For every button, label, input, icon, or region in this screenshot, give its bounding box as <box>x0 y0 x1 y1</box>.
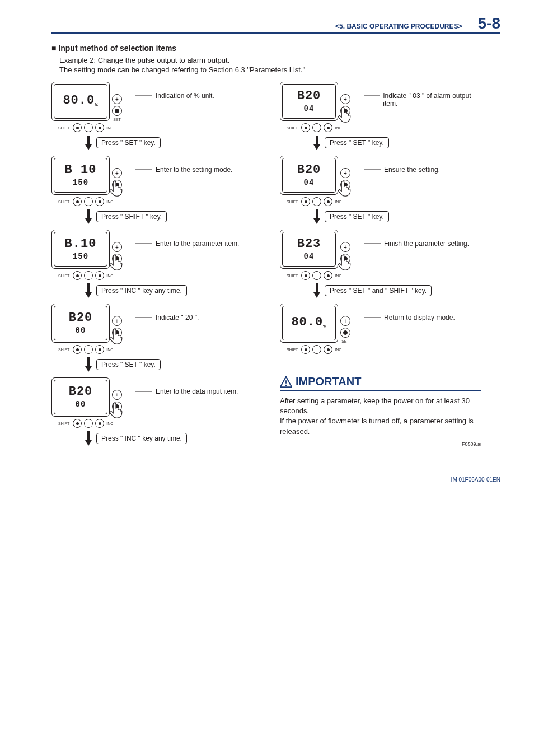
lcd-frame: 80.0% <box>51 82 110 121</box>
inc-button[interactable] <box>95 419 104 428</box>
step-description: Indication of % unit. <box>156 92 214 100</box>
action-row: Press " SET " and " SHIFT " key. <box>313 281 481 300</box>
plus-button[interactable]: + <box>112 242 122 252</box>
inc-label: INC <box>106 348 113 352</box>
inc-button[interactable] <box>95 123 104 132</box>
callout-line <box>364 314 381 321</box>
set-button[interactable] <box>112 106 122 116</box>
inc-label: INC <box>106 422 113 426</box>
middle-button[interactable] <box>312 197 321 206</box>
set-label: SET <box>113 339 121 343</box>
callout-line <box>135 314 152 321</box>
shift-button[interactable] <box>301 345 310 354</box>
inc-button[interactable] <box>95 271 104 280</box>
lcd-sub-value: 00 <box>76 326 86 334</box>
note-text: The setting mode can be changed referrin… <box>59 66 500 74</box>
arrow-down-icon <box>313 133 320 152</box>
middle-button[interactable] <box>312 271 321 280</box>
callout-line <box>135 166 152 174</box>
arrow-down-icon <box>85 355 92 374</box>
lcd-main-value: B20 <box>69 386 93 398</box>
plus-button[interactable]: + <box>340 242 350 252</box>
step-description: Ensure the setting. <box>384 166 440 174</box>
set-label: SET <box>341 265 349 269</box>
lcd-sub-value: 04 <box>304 105 315 113</box>
set-button[interactable] <box>340 254 350 264</box>
important-title: IMPORTANT <box>296 375 361 388</box>
shift-button[interactable] <box>73 271 82 280</box>
middle-button[interactable] <box>84 271 93 280</box>
action-instruction: Press " SET " key. <box>325 137 389 148</box>
shift-button[interactable] <box>73 419 82 428</box>
lcd-main-value: B20 <box>69 312 93 324</box>
middle-button[interactable] <box>84 419 93 428</box>
set-button[interactable] <box>340 180 350 190</box>
device-panel: B20 00 + SET SHIFT INC <box>51 304 130 354</box>
set-button[interactable] <box>112 180 122 190</box>
lcd-frame: B20 00 <box>51 304 110 343</box>
set-label: SET <box>113 265 121 269</box>
step-description: Indicate " 03 " of alarm output item. <box>383 92 481 108</box>
middle-button[interactable] <box>84 123 93 132</box>
lcd-main-value: B20 <box>297 90 321 102</box>
shift-button[interactable] <box>73 345 82 354</box>
figure-reference: F0509.ai <box>280 441 481 447</box>
inc-button[interactable] <box>324 271 332 280</box>
set-label: SET <box>113 192 121 195</box>
lcd-frame: B 10 150 <box>51 156 110 195</box>
callout-line <box>364 166 381 174</box>
callout-line <box>135 240 152 248</box>
middle-button[interactable] <box>312 345 321 354</box>
set-button[interactable] <box>340 106 350 116</box>
plus-button[interactable]: + <box>340 94 350 104</box>
action-row: Press " SET " key. <box>313 207 481 226</box>
shift-button[interactable] <box>73 197 82 206</box>
action-instruction: Press " INC " key any time. <box>96 285 187 296</box>
set-label: SET <box>113 118 121 122</box>
set-button[interactable] <box>340 328 350 338</box>
plus-button[interactable]: + <box>112 316 122 326</box>
step-left-4: B20 00 + SET SHIFT INC Enter to the data… <box>51 377 253 428</box>
set-label: SET <box>341 192 349 195</box>
step-description: Enter to the parameter item. <box>156 240 239 248</box>
shift-button[interactable] <box>301 271 310 280</box>
device-panel: B 10 150 + SET SHIFT INC <box>51 156 130 206</box>
step-description: Return to display mode. <box>384 314 455 321</box>
device-panel: 80.0% + SET SHIFT INC <box>280 304 358 354</box>
action-row: Press " SET " key. <box>85 355 253 374</box>
footer-docid: IM 01F06A00-01EN <box>51 474 500 483</box>
plus-button[interactable]: + <box>112 390 122 400</box>
set-button[interactable] <box>112 254 122 264</box>
middle-button[interactable] <box>84 197 93 206</box>
middle-button[interactable] <box>312 123 321 132</box>
plus-button[interactable]: + <box>112 168 122 178</box>
shift-label: SHIFT <box>287 274 298 278</box>
plus-button[interactable]: + <box>340 316 350 326</box>
lcd-frame: B23 04 <box>280 230 338 269</box>
shift-button[interactable] <box>301 197 310 206</box>
middle-button[interactable] <box>84 345 93 354</box>
step-right-3: 80.0% + SET SHIFT INC Return to display … <box>280 304 481 354</box>
action-instruction: Press " INC " key any time. <box>96 433 187 444</box>
shift-button[interactable] <box>301 123 310 132</box>
plus-button[interactable]: + <box>340 168 350 178</box>
arrow-down-icon <box>85 429 92 448</box>
callout-line <box>135 388 152 395</box>
action-instruction: Press " SHIFT " key. <box>96 211 167 222</box>
set-label: SET <box>113 413 121 417</box>
lcd-sub-value: 150 <box>73 253 88 260</box>
set-button[interactable] <box>112 328 122 338</box>
step-right-2: B23 04 + SET SHIFT INC Finish the parame… <box>280 230 481 280</box>
inc-button[interactable] <box>324 123 332 132</box>
plus-button[interactable]: + <box>112 94 122 104</box>
shift-label: SHIFT <box>58 126 69 130</box>
set-button[interactable] <box>112 402 122 412</box>
inc-label: INC <box>106 126 113 130</box>
inc-button[interactable] <box>324 345 332 354</box>
inc-button[interactable] <box>324 197 332 206</box>
inc-button[interactable] <box>95 197 104 206</box>
step-description: Finish the parameter setting. <box>384 240 469 248</box>
shift-button[interactable] <box>73 123 82 132</box>
action-instruction: Press " SET " and " SHIFT " key. <box>325 285 432 296</box>
inc-button[interactable] <box>95 345 104 354</box>
